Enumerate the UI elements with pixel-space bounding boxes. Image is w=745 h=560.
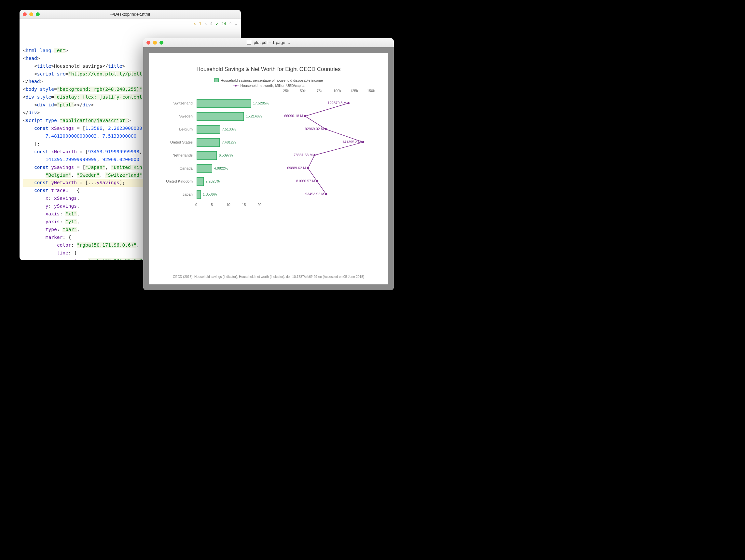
svg-point-3 [362, 141, 364, 143]
svg-point-1 [304, 115, 306, 117]
legend-line-icon [233, 86, 238, 86]
chart-legend: Household savings, percentage of househo… [159, 78, 378, 88]
zoom-icon[interactable] [36, 12, 40, 16]
editor-title: ~/Desktop/index.html [20, 12, 241, 17]
traffic-lights [147, 41, 163, 44]
chevron-down-icon[interactable]: ⌄ [288, 41, 290, 44]
networth-line [159, 91, 387, 221]
warning-icon: ⚠ [193, 21, 196, 27]
legend-swatch-icon [214, 78, 219, 82]
pdf-viewport[interactable]: Household Savings & Net Worth for Eight … [143, 47, 394, 290]
chart-footnote: OECD (2015), Household savings (indicato… [149, 275, 388, 278]
pdf-title[interactable]: plot.pdf – 1 page ⌄ [143, 40, 394, 45]
svg-point-5 [307, 167, 309, 169]
svg-point-7 [325, 193, 327, 195]
close-icon[interactable] [23, 12, 27, 16]
next-highlight-icon[interactable]: ⌄ [235, 21, 237, 27]
svg-point-0 [347, 102, 349, 104]
pdf-page: Household Savings & Net Worth for Eight … [149, 53, 388, 285]
inspection-status[interactable]: ⚠1 ⚠4 ✔24 ⌃ ⌄ [193, 21, 237, 27]
warning-count: 1 [199, 21, 201, 27]
legend-item-savings: Household savings, percentage of househo… [214, 78, 323, 82]
chart-title: Household Savings & Net Worth for Eight … [159, 66, 378, 72]
minimize-icon[interactable] [153, 41, 157, 44]
pdf-window: plot.pdf – 1 page ⌄ Household Savings & … [143, 38, 394, 290]
legend-label: Household savings, percentage of househo… [221, 78, 323, 82]
traffic-lights [23, 12, 40, 16]
zoom-icon[interactable] [160, 41, 163, 44]
pdf-titlebar[interactable]: plot.pdf – 1 page ⌄ [143, 38, 394, 47]
weak-warning-count: 4 [210, 21, 213, 27]
chart-plot-area: 25k50k75k100k125k150kSwitzerland17.5205%… [159, 91, 378, 208]
weak-warning-icon: ⚠ [205, 21, 207, 27]
close-icon[interactable] [147, 41, 150, 44]
editor-titlebar[interactable]: ~/Desktop/index.html [20, 10, 241, 19]
minimize-icon[interactable] [29, 12, 33, 16]
svg-point-6 [316, 180, 318, 182]
document-icon [247, 40, 251, 44]
svg-point-2 [325, 128, 327, 130]
pdf-title-text: plot.pdf – 1 page [254, 40, 285, 45]
svg-point-4 [314, 154, 315, 156]
prev-highlight-icon[interactable]: ⌃ [229, 21, 232, 27]
typo-count: 24 [221, 21, 226, 27]
legend-item-networth: Household net worth, Million USD/capita [233, 84, 305, 88]
legend-label: Household net worth, Million USD/capita [240, 84, 305, 88]
typo-icon: ✔ [216, 21, 218, 27]
